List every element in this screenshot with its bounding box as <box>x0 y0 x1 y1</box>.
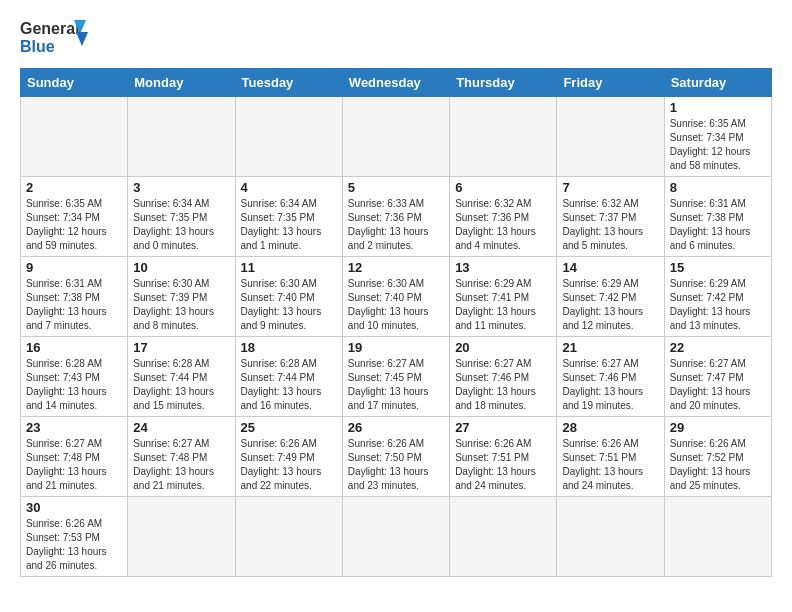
day-info: Sunrise: 6:31 AM Sunset: 7:38 PM Dayligh… <box>670 197 766 253</box>
calendar-cell: 14Sunrise: 6:29 AM Sunset: 7:42 PM Dayli… <box>557 257 664 337</box>
calendar-cell <box>342 497 449 577</box>
calendar-cell: 2Sunrise: 6:35 AM Sunset: 7:34 PM Daylig… <box>21 177 128 257</box>
day-number: 27 <box>455 420 551 435</box>
weekday-header-saturday: Saturday <box>664 69 771 97</box>
page: GeneralBlue SundayMondayTuesdayWednesday… <box>0 0 792 593</box>
day-number: 6 <box>455 180 551 195</box>
calendar-cell <box>664 497 771 577</box>
day-number: 15 <box>670 260 766 275</box>
calendar-cell: 19Sunrise: 6:27 AM Sunset: 7:45 PM Dayli… <box>342 337 449 417</box>
calendar-cell: 29Sunrise: 6:26 AM Sunset: 7:52 PM Dayli… <box>664 417 771 497</box>
calendar-cell: 16Sunrise: 6:28 AM Sunset: 7:43 PM Dayli… <box>21 337 128 417</box>
week-row-5: 30Sunrise: 6:26 AM Sunset: 7:53 PM Dayli… <box>21 497 772 577</box>
calendar-cell: 5Sunrise: 6:33 AM Sunset: 7:36 PM Daylig… <box>342 177 449 257</box>
calendar-cell: 15Sunrise: 6:29 AM Sunset: 7:42 PM Dayli… <box>664 257 771 337</box>
svg-text:General: General <box>20 20 80 37</box>
weekday-header-sunday: Sunday <box>21 69 128 97</box>
calendar-cell <box>557 497 664 577</box>
calendar-cell: 11Sunrise: 6:30 AM Sunset: 7:40 PM Dayli… <box>235 257 342 337</box>
calendar-cell <box>128 97 235 177</box>
day-number: 21 <box>562 340 658 355</box>
weekday-header-monday: Monday <box>128 69 235 97</box>
calendar-cell: 27Sunrise: 6:26 AM Sunset: 7:51 PM Dayli… <box>450 417 557 497</box>
calendar-cell: 26Sunrise: 6:26 AM Sunset: 7:50 PM Dayli… <box>342 417 449 497</box>
day-number: 25 <box>241 420 337 435</box>
day-number: 29 <box>670 420 766 435</box>
day-info: Sunrise: 6:30 AM Sunset: 7:40 PM Dayligh… <box>241 277 337 333</box>
calendar-cell: 9Sunrise: 6:31 AM Sunset: 7:38 PM Daylig… <box>21 257 128 337</box>
calendar-cell <box>450 497 557 577</box>
calendar-cell: 25Sunrise: 6:26 AM Sunset: 7:49 PM Dayli… <box>235 417 342 497</box>
day-info: Sunrise: 6:29 AM Sunset: 7:42 PM Dayligh… <box>670 277 766 333</box>
day-info: Sunrise: 6:29 AM Sunset: 7:42 PM Dayligh… <box>562 277 658 333</box>
calendar-cell <box>21 97 128 177</box>
svg-marker-3 <box>76 32 88 46</box>
day-number: 18 <box>241 340 337 355</box>
day-info: Sunrise: 6:33 AM Sunset: 7:36 PM Dayligh… <box>348 197 444 253</box>
calendar-cell: 8Sunrise: 6:31 AM Sunset: 7:38 PM Daylig… <box>664 177 771 257</box>
day-number: 1 <box>670 100 766 115</box>
day-info: Sunrise: 6:27 AM Sunset: 7:47 PM Dayligh… <box>670 357 766 413</box>
day-number: 12 <box>348 260 444 275</box>
day-number: 30 <box>26 500 122 515</box>
day-info: Sunrise: 6:26 AM Sunset: 7:52 PM Dayligh… <box>670 437 766 493</box>
calendar-cell <box>450 97 557 177</box>
day-number: 17 <box>133 340 229 355</box>
calendar-cell: 10Sunrise: 6:30 AM Sunset: 7:39 PM Dayli… <box>128 257 235 337</box>
day-number: 23 <box>26 420 122 435</box>
day-info: Sunrise: 6:35 AM Sunset: 7:34 PM Dayligh… <box>26 197 122 253</box>
calendar-cell: 24Sunrise: 6:27 AM Sunset: 7:48 PM Dayli… <box>128 417 235 497</box>
day-info: Sunrise: 6:27 AM Sunset: 7:46 PM Dayligh… <box>455 357 551 413</box>
day-number: 16 <box>26 340 122 355</box>
calendar-cell: 3Sunrise: 6:34 AM Sunset: 7:35 PM Daylig… <box>128 177 235 257</box>
day-number: 8 <box>670 180 766 195</box>
day-info: Sunrise: 6:31 AM Sunset: 7:38 PM Dayligh… <box>26 277 122 333</box>
calendar-cell: 4Sunrise: 6:34 AM Sunset: 7:35 PM Daylig… <box>235 177 342 257</box>
day-info: Sunrise: 6:34 AM Sunset: 7:35 PM Dayligh… <box>241 197 337 253</box>
day-number: 19 <box>348 340 444 355</box>
day-info: Sunrise: 6:26 AM Sunset: 7:53 PM Dayligh… <box>26 517 122 573</box>
logo: GeneralBlue <box>20 16 90 58</box>
day-number: 13 <box>455 260 551 275</box>
day-number: 14 <box>562 260 658 275</box>
calendar-cell: 17Sunrise: 6:28 AM Sunset: 7:44 PM Dayli… <box>128 337 235 417</box>
day-number: 20 <box>455 340 551 355</box>
day-info: Sunrise: 6:28 AM Sunset: 7:43 PM Dayligh… <box>26 357 122 413</box>
day-info: Sunrise: 6:28 AM Sunset: 7:44 PM Dayligh… <box>241 357 337 413</box>
calendar-cell: 18Sunrise: 6:28 AM Sunset: 7:44 PM Dayli… <box>235 337 342 417</box>
day-info: Sunrise: 6:27 AM Sunset: 7:48 PM Dayligh… <box>133 437 229 493</box>
calendar-cell: 13Sunrise: 6:29 AM Sunset: 7:41 PM Dayli… <box>450 257 557 337</box>
day-info: Sunrise: 6:28 AM Sunset: 7:44 PM Dayligh… <box>133 357 229 413</box>
day-info: Sunrise: 6:27 AM Sunset: 7:45 PM Dayligh… <box>348 357 444 413</box>
day-info: Sunrise: 6:26 AM Sunset: 7:51 PM Dayligh… <box>562 437 658 493</box>
week-row-1: 2Sunrise: 6:35 AM Sunset: 7:34 PM Daylig… <box>21 177 772 257</box>
header: GeneralBlue <box>20 16 772 58</box>
day-number: 26 <box>348 420 444 435</box>
day-info: Sunrise: 6:27 AM Sunset: 7:48 PM Dayligh… <box>26 437 122 493</box>
weekday-header-thursday: Thursday <box>450 69 557 97</box>
calendar-cell: 23Sunrise: 6:27 AM Sunset: 7:48 PM Dayli… <box>21 417 128 497</box>
calendar-cell: 28Sunrise: 6:26 AM Sunset: 7:51 PM Dayli… <box>557 417 664 497</box>
day-info: Sunrise: 6:26 AM Sunset: 7:49 PM Dayligh… <box>241 437 337 493</box>
weekday-header-wednesday: Wednesday <box>342 69 449 97</box>
day-info: Sunrise: 6:30 AM Sunset: 7:40 PM Dayligh… <box>348 277 444 333</box>
day-number: 7 <box>562 180 658 195</box>
day-number: 22 <box>670 340 766 355</box>
calendar-cell: 7Sunrise: 6:32 AM Sunset: 7:37 PM Daylig… <box>557 177 664 257</box>
calendar-cell: 1Sunrise: 6:35 AM Sunset: 7:34 PM Daylig… <box>664 97 771 177</box>
calendar-cell <box>235 497 342 577</box>
calendar-cell: 6Sunrise: 6:32 AM Sunset: 7:36 PM Daylig… <box>450 177 557 257</box>
week-row-2: 9Sunrise: 6:31 AM Sunset: 7:38 PM Daylig… <box>21 257 772 337</box>
day-info: Sunrise: 6:26 AM Sunset: 7:50 PM Dayligh… <box>348 437 444 493</box>
day-info: Sunrise: 6:32 AM Sunset: 7:37 PM Dayligh… <box>562 197 658 253</box>
day-info: Sunrise: 6:35 AM Sunset: 7:34 PM Dayligh… <box>670 117 766 173</box>
day-info: Sunrise: 6:26 AM Sunset: 7:51 PM Dayligh… <box>455 437 551 493</box>
week-row-0: 1Sunrise: 6:35 AM Sunset: 7:34 PM Daylig… <box>21 97 772 177</box>
day-info: Sunrise: 6:32 AM Sunset: 7:36 PM Dayligh… <box>455 197 551 253</box>
week-row-4: 23Sunrise: 6:27 AM Sunset: 7:48 PM Dayli… <box>21 417 772 497</box>
day-number: 9 <box>26 260 122 275</box>
calendar-cell <box>557 97 664 177</box>
day-number: 2 <box>26 180 122 195</box>
svg-text:Blue: Blue <box>20 38 55 55</box>
day-info: Sunrise: 6:34 AM Sunset: 7:35 PM Dayligh… <box>133 197 229 253</box>
